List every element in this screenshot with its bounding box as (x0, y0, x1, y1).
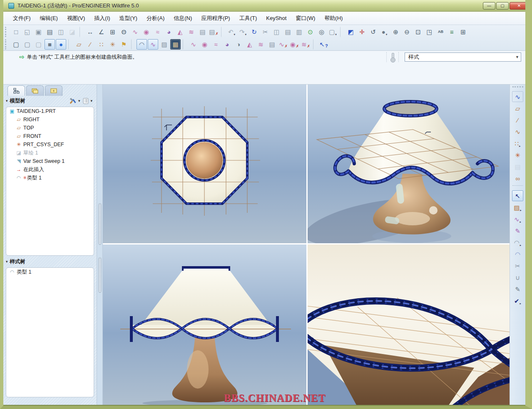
menu-view[interactable]: 视图(V) (62, 13, 89, 24)
erase-not-displayed-button[interactable]: ◫ (56, 27, 66, 37)
print-button[interactable]: ▤ (45, 27, 55, 37)
saved-analyses-button[interactable]: ≋ (186, 27, 196, 37)
datum-point-button[interactable]: ∷▸ (512, 138, 523, 149)
tree-item-right-plane[interactable]: RIGHT (6, 115, 94, 124)
zoom-in-button[interactable]: ⊕ (390, 27, 401, 37)
refit-button[interactable]: ⊡ (413, 27, 423, 37)
paste-special-button[interactable]: ▥ (294, 27, 304, 37)
panel-splitter[interactable] (97, 85, 103, 406)
delete-surface-analysis-button[interactable]: ◉✗ (289, 39, 300, 50)
select-items-button[interactable]: ↖ (512, 190, 523, 201)
curve-through-points-button[interactable]: ∿ (512, 126, 523, 137)
menu-analysis[interactable]: 分析(A) (142, 13, 169, 24)
menu-styling[interactable]: 造型(Y) (115, 13, 142, 24)
shaded-curvature-button[interactable]: ◕ (164, 27, 174, 37)
measure-angle-button[interactable]: ∠ (96, 27, 107, 37)
style-curve-analysis-button[interactable]: ≈ (211, 39, 221, 50)
menu-window[interactable]: 窗口(W) (291, 13, 320, 24)
tree-filters-icon[interactable] (83, 98, 89, 104)
surface-display-toggle[interactable]: ◠ (137, 39, 147, 50)
enhanced-realism-button[interactable]: ● (56, 39, 66, 50)
style-surface-analysis-button[interactable]: ◉ (199, 39, 210, 50)
favorites-tab[interactable]: ✳ (45, 85, 62, 96)
csys-display-toggle[interactable]: ✳ (107, 39, 118, 50)
remove-all-analyses-button[interactable]: ▤✗ (209, 27, 219, 37)
collapse-triangle-icon[interactable]: ▾ (6, 99, 8, 103)
datum-csys-button[interactable]: ✳ (512, 150, 523, 160)
chevron-down-icon[interactable]: ▾ (90, 99, 92, 103)
annotation-display-toggle[interactable]: ⚑ (119, 39, 129, 50)
chevron-down-icon[interactable]: ▾ (78, 99, 80, 103)
draft-analysis-button[interactable]: ◭ (175, 27, 185, 37)
menu-file[interactable]: 文件(F) (8, 13, 35, 24)
regenerate-manager-button[interactable]: ⊙ (305, 27, 316, 37)
datum-axes-display-toggle[interactable]: ∕ (85, 39, 95, 50)
menu-tools[interactable]: 工具(T) (235, 13, 262, 24)
menu-help[interactable]: 帮助(H) (320, 13, 347, 24)
style-saved-analyses-button[interactable]: ≋ (256, 39, 266, 50)
delete-curvature-button[interactable]: ∿✗ (278, 39, 288, 50)
tree-item-front-plane[interactable]: FRONT (6, 132, 94, 140)
delete-old-versions-button[interactable]: ◪ (67, 27, 77, 37)
measure-area-button[interactable]: ⊞ (107, 27, 118, 37)
tree-item-top-plane[interactable]: TOP (6, 124, 94, 132)
shaded-button[interactable]: ■ (45, 39, 55, 50)
measure-distance-button[interactable]: ↔ (85, 27, 95, 37)
close-button[interactable]: ✕ (510, 2, 529, 10)
style-curve-button[interactable]: ∿▸ (512, 214, 523, 224)
style-show-analyses-button[interactable]: ▤ (267, 39, 277, 50)
menu-insert[interactable]: 插入(I) (89, 13, 114, 24)
repaint-button[interactable]: ◩ (346, 27, 356, 37)
new-file-button[interactable]: □ (11, 27, 21, 37)
model-tree-tab[interactable] (7, 85, 25, 96)
curvature-analysis-button[interactable]: ∿ (130, 27, 140, 37)
tree-item-style-feature[interactable]: ※ 类型 1 (6, 174, 94, 182)
menu-applications[interactable]: 应用程序(P) (196, 13, 234, 24)
tree-settings-icon[interactable] (70, 98, 77, 104)
connect-surface-button[interactable]: ∪ (512, 272, 523, 283)
datum-plane-button[interactable]: ▱ (512, 103, 523, 114)
grid-display-toggle[interactable]: ▦ (170, 39, 181, 50)
tree-item-var-sect-sweep[interactable]: Var Sect Sweep 1 (6, 157, 94, 165)
collapse-triangle-icon[interactable]: ▾ (6, 259, 8, 264)
style-shaded-curvature-button[interactable]: ◕ (222, 39, 232, 50)
feature-mode-combobox[interactable]: 样式 ▼ (405, 52, 521, 62)
regenerate-button[interactable]: ↻ (249, 27, 259, 37)
mesh-display-toggle[interactable]: ▨ (159, 39, 169, 50)
orient-mode-button[interactable]: ↺ (368, 27, 378, 37)
display-style-button[interactable]: ●▾ (379, 27, 390, 37)
trim-surface-button[interactable]: ✂ (512, 260, 523, 271)
paste-button[interactable]: ▤ (283, 27, 293, 37)
edit-style-curve-button[interactable]: ✎ (512, 225, 523, 236)
undo-button[interactable]: ↶▾ (226, 27, 237, 37)
surface-curvature-analysis-button[interactable]: ◉ (141, 27, 152, 37)
menu-info[interactable]: 信息(N) (169, 13, 196, 24)
menu-keyshot[interactable]: KeyShot (261, 13, 291, 23)
menu-edit[interactable]: 编辑(E) (35, 13, 62, 24)
tree-item-part[interactable]: TAIDENG-1.PRT (6, 107, 94, 115)
datum-planes-display-toggle[interactable]: ▱ (74, 39, 84, 50)
style-curvature-button[interactable]: ∿ (188, 39, 199, 50)
style-draft-button[interactable]: ◭ (244, 39, 255, 50)
curve-analysis-button[interactable]: ≈ (152, 27, 163, 37)
drop-curve-button[interactable]: ◠▸ (512, 237, 523, 248)
measure-diameter-button[interactable]: Θ (119, 27, 129, 37)
no-hidden-button[interactable]: ▢ (33, 39, 44, 50)
show-all-analyses-button[interactable]: ▤ (197, 27, 208, 37)
datum-axis-button[interactable]: ∕ (512, 115, 523, 125)
style-reflection-button[interactable]: ◑ (233, 39, 244, 50)
edit-surface-button[interactable]: ✎ (512, 284, 523, 294)
viewport-front-view[interactable] (103, 244, 306, 406)
hidden-line-button[interactable]: ▢ (22, 39, 32, 50)
folder-browser-tab[interactable] (26, 85, 44, 96)
copy-button[interactable]: ◫ (271, 27, 282, 37)
viewport-top-view[interactable] (103, 85, 306, 243)
internal-plane-button[interactable]: ▨▸ (512, 202, 523, 213)
delete-all-analyses-button[interactable]: ≋✗ (301, 39, 311, 50)
viewport-3d-view[interactable] (308, 85, 510, 243)
maximize-button[interactable]: ▢ (496, 2, 509, 10)
tree-item-csys[interactable]: PRT_CSYS_DEF (6, 140, 94, 149)
cut-button[interactable]: ✂ (260, 27, 271, 37)
context-help-button[interactable]: ↖? (318, 39, 329, 50)
point-display-toggle[interactable]: ∷ (96, 39, 107, 50)
